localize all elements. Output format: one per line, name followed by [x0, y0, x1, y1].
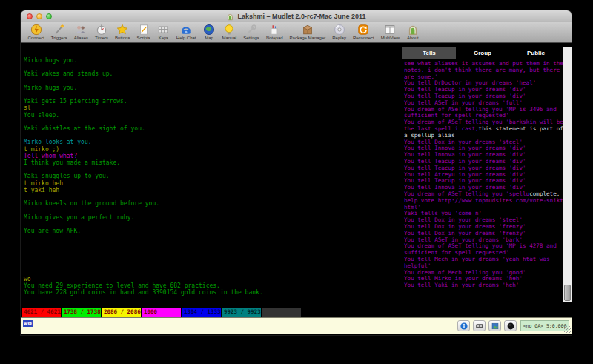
- toolbar-item-label: Reconnect: [353, 36, 374, 41]
- toolbar-item-replay[interactable]: Replay: [329, 22, 350, 42]
- latency-indicator: <no GA> 5:0.000: [520, 320, 569, 331]
- toolbar-item-aliases[interactable]: Aliases: [70, 22, 91, 42]
- gauge-2: 1738 / 1738: [62, 308, 101, 317]
- toolbar-item-buttons[interactable]: Buttons: [112, 22, 133, 42]
- toolbar-item-label: Manual: [222, 36, 237, 41]
- window-title: Lakshmi – Mudlet 2.0-rc7-Mac June 2011: [237, 13, 365, 20]
- info-icon: [460, 320, 468, 333]
- toolbar-item-scripts[interactable]: Scripts: [133, 22, 153, 42]
- console-line: [24, 248, 402, 255]
- mudlet-app-icon: [226, 13, 234, 21]
- sphere-icon: [507, 320, 514, 333]
- console-line: You sleep.: [24, 112, 402, 119]
- toolbar-item-multiview[interactable]: MultiView: [377, 22, 403, 42]
- toolbar-item-label: Map: [205, 36, 213, 41]
- package-manager-icon: [301, 24, 314, 36]
- tab-tells[interactable]: Tells: [402, 47, 456, 59]
- console-line: [24, 64, 402, 70]
- chat-tab-bar: TellsGroupPublic: [402, 47, 563, 59]
- toolbar-item-label: Settings: [243, 36, 259, 41]
- manual-icon: [223, 24, 236, 36]
- triggers-icon: [53, 24, 65, 36]
- toolbar-item-notepad[interactable]: Notepad: [262, 22, 286, 42]
- toolbar-item-connect[interactable]: Connect: [24, 22, 47, 42]
- chat-scrollbar-thumb[interactable]: [564, 285, 571, 301]
- toolbar-item-label: Scripts: [136, 36, 150, 41]
- console-line: t mirko ;): [24, 146, 402, 153]
- main-console[interactable]: Mirko hugs you. Yaki wakes and stands up…: [21, 43, 402, 308]
- toolbar-item-triggers[interactable]: Triggers: [47, 22, 70, 42]
- console-line: t yaki heh: [24, 187, 402, 193]
- toolbar-item-settings[interactable]: Settings: [240, 22, 263, 42]
- timers-icon: [96, 24, 108, 36]
- gauge-1: 4621 / 4621: [22, 308, 61, 317]
- toolbar-item-label: Replay: [332, 36, 346, 41]
- toolbar-item-about[interactable]: About: [403, 22, 423, 42]
- console-line: [24, 262, 402, 268]
- buttons-icon: [116, 24, 129, 36]
- console-line: Mirko looks at you.: [24, 139, 402, 145]
- gauge-4: 1000: [142, 308, 181, 317]
- info-button[interactable]: [457, 320, 470, 331]
- chat-line: help vote http://www.topmudsites.com/vot…: [404, 198, 563, 205]
- console-line: Mirko hugs you.: [24, 85, 402, 91]
- console-line: Mirko hugs you.: [24, 57, 402, 64]
- mudlet-window: Lakshmi – Mudlet 2.0-rc7-Mac June 2011 C…: [21, 10, 572, 335]
- console-line: [24, 166, 402, 173]
- toolbar-item-help-chat[interactable]: Help Chat: [173, 22, 199, 42]
- about-icon: [406, 24, 419, 36]
- console-line: You have 228 gold coins in hand and 3390…: [24, 289, 402, 296]
- reconnect-icon: [357, 24, 370, 36]
- toolbar-item-label: Buttons: [115, 36, 130, 41]
- toolbar-item-keys[interactable]: Keys: [153, 22, 173, 42]
- console-line: [24, 268, 402, 275]
- console-line: [24, 255, 402, 262]
- toolbar-item-reconnect[interactable]: Reconnect: [349, 22, 377, 42]
- toolbar-item-timers[interactable]: Timers: [92, 22, 112, 42]
- notepad-icon: [268, 24, 281, 36]
- gauge-3: 2086 / 2086: [102, 308, 141, 317]
- console-line: [24, 207, 402, 214]
- tab-group[interactable]: Group: [456, 47, 509, 59]
- status-gauges: 4621 / 46211738 / 17382086 / 20861000130…: [22, 308, 301, 317]
- console-line: [24, 119, 402, 125]
- toolbar-item-label: Timers: [95, 36, 108, 41]
- map-icon: [203, 24, 216, 36]
- keypad-button[interactable]: [473, 320, 486, 331]
- command-input[interactable]: wo: [23, 320, 33, 327]
- console-line: [24, 241, 402, 248]
- console-line: [24, 91, 402, 98]
- toolbar-item-label: About: [407, 36, 419, 41]
- console-line: You need 29 experience to level and have…: [24, 282, 402, 289]
- resize-grip-icon[interactable]: [564, 326, 571, 333]
- console-line: Tell whom what?: [24, 153, 402, 159]
- status-box: <no GA> 5:0.000: [454, 320, 569, 332]
- multiview-icon: [384, 24, 397, 36]
- title-bar[interactable]: Lakshmi – Mudlet 2.0-rc7-Mac June 2011: [21, 10, 572, 23]
- console-line: Yaki whistles at the sight of you.: [24, 125, 402, 132]
- toolbar: ConnectTriggersAliasesTimersButtonsScrip…: [21, 22, 572, 43]
- picture-button[interactable]: [488, 320, 501, 331]
- toolbar-item-package-manager[interactable]: Package Manager: [286, 22, 329, 42]
- console-line: sl: [24, 105, 402, 111]
- toolbar-item-map[interactable]: Map: [199, 22, 219, 42]
- gauge-6: 9923 / 9923: [222, 308, 261, 317]
- toolbar-item-label: MultiView: [381, 36, 400, 41]
- toolbar-item-label: Package Manager: [290, 36, 326, 41]
- window-title-wrap: Lakshmi – Mudlet 2.0-rc7-Mac June 2011: [21, 10, 572, 22]
- gauge-7: [262, 308, 301, 317]
- toolbar-item-label: Aliases: [74, 36, 88, 41]
- desktop-background: Lakshmi – Mudlet 2.0-rc7-Mac June 2011 C…: [0, 0, 593, 364]
- keypad-icon: [476, 320, 483, 333]
- tab-public[interactable]: Public: [509, 47, 563, 59]
- console-line: I think you made a mistake.: [24, 159, 402, 166]
- chat-scrollbar[interactable]: [563, 47, 572, 302]
- replay-icon: [333, 24, 345, 36]
- console-line: Mirko gives you a perfect ruby.: [24, 214, 402, 221]
- console-line: [24, 221, 402, 228]
- console-line: Mirko kneels on the ground before you.: [24, 200, 402, 207]
- picture-icon: [491, 320, 499, 333]
- tells-chat-log[interactable]: see what aliases it assumes and put them…: [402, 59, 563, 302]
- toolbar-item-manual[interactable]: Manual: [219, 22, 240, 42]
- sphere-button[interactable]: [504, 320, 517, 331]
